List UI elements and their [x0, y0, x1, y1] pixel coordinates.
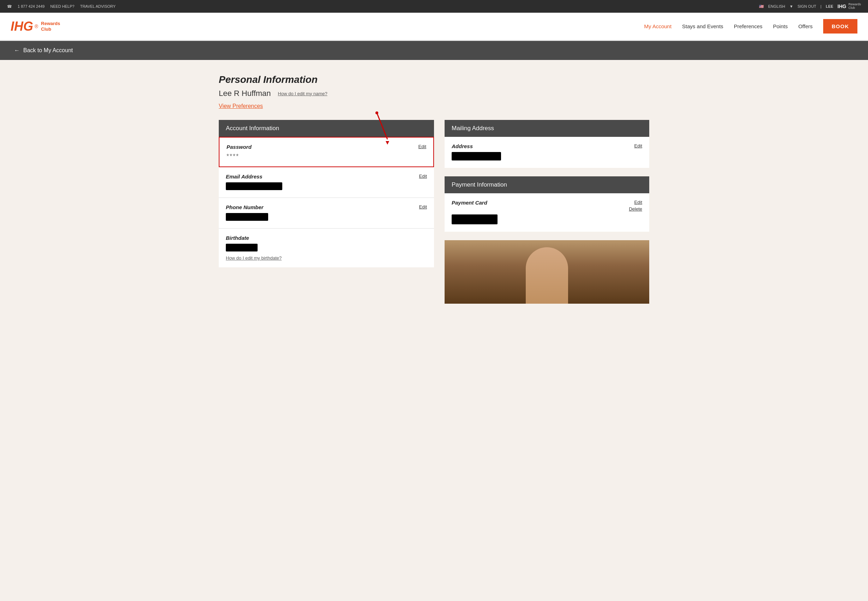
left-column: Account Information Password Edit [219, 120, 434, 267]
back-to-account-link[interactable]: ← Back to My Account [14, 47, 73, 53]
logo-club: Club [41, 26, 60, 32]
phone-redacted [226, 213, 268, 221]
address-redacted [452, 152, 501, 160]
birthdate-label: Birthdate [226, 235, 249, 241]
promo-person-image [445, 240, 649, 304]
address-value [452, 152, 642, 162]
divider: | [821, 4, 821, 8]
password-value: **** [226, 153, 426, 160]
nav-my-account[interactable]: My Account [644, 23, 672, 29]
how-edit-birthdate-link[interactable]: How do I edit my birthdate? [226, 255, 281, 261]
account-info-body: Password Edit **** Email Address Edit [219, 137, 434, 267]
email-label-row: Email Address Edit [226, 174, 427, 180]
phone-icon: ☎ [7, 4, 12, 9]
chevron-down-icon: ▼ [789, 4, 793, 8]
promo-photo [445, 240, 649, 304]
view-preferences-link[interactable]: View Preferences [219, 103, 263, 109]
mailing-address-header: Mailing Address [445, 120, 649, 137]
top-bar-rewards-logo: IHG Rewards Club [837, 3, 861, 10]
mailing-address-section: Mailing Address Address Edit [445, 120, 649, 168]
content-columns: Account Information Password Edit [219, 120, 649, 304]
sign-out-link[interactable]: SIGN OUT [798, 4, 816, 8]
user-name: LEE [826, 4, 833, 8]
payment-card-label-row: Payment Card Edit Delete [452, 200, 642, 212]
need-help-link[interactable]: NEED HELP? [50, 4, 74, 8]
person-name-row: Lee R Huffman How do I edit my name? [219, 89, 649, 98]
email-value [226, 182, 427, 191]
top-bar-club-label: Club [848, 6, 861, 10]
birthdate-label-row: Birthdate [226, 235, 427, 241]
payment-card-field-row: Payment Card Edit Delete [445, 193, 649, 232]
nav-preferences[interactable]: Preferences [734, 23, 763, 29]
nav-bar: IHG ® Rewards Club My Account Stays and … [0, 13, 868, 41]
birthdate-field-row: Birthdate How do I edit my birthdate? [219, 229, 434, 267]
birthdate-redacted [226, 244, 258, 252]
nav-stays-events[interactable]: Stays and Events [682, 23, 723, 29]
top-bar-left: ☎ 1 877 424 2449 NEED HELP? TRAVEL ADVIS… [7, 4, 116, 9]
nav-points[interactable]: Points [773, 23, 788, 29]
mailing-address-body: Address Edit [445, 137, 649, 168]
password-edit-link[interactable]: Edit [419, 144, 426, 149]
password-field-row: Password Edit **** [219, 137, 434, 167]
how-edit-name-link[interactable]: How do I edit my name? [278, 91, 327, 96]
phone-edit-link[interactable]: Edit [419, 204, 427, 209]
payment-info-header: Payment Information [445, 176, 649, 193]
account-info-header: Account Information [219, 120, 434, 137]
book-button[interactable]: BOOK [823, 19, 857, 34]
logo-ihg: IHG [11, 19, 33, 34]
payment-info-body: Payment Card Edit Delete [445, 193, 649, 232]
back-bar-label: Back to My Account [23, 47, 73, 53]
nav-offers[interactable]: Offers [798, 23, 813, 29]
payment-card-value [452, 214, 642, 225]
top-bar-rewards-block: Rewards Club [848, 3, 861, 10]
address-label-row: Address Edit [452, 143, 642, 149]
email-edit-link[interactable]: Edit [419, 174, 427, 179]
payment-delete-link[interactable]: Delete [629, 206, 642, 212]
payment-card-label: Payment Card [452, 200, 487, 206]
svg-point-2 [376, 111, 378, 114]
top-bar-right: 🇺🇸 ENGLISH ▼ SIGN OUT | LEE IHG Rewards … [759, 3, 861, 10]
email-label: Email Address [226, 174, 263, 180]
top-bar-ihg-text: IHG [837, 3, 847, 9]
flag-icon: 🇺🇸 [759, 4, 764, 9]
payment-card-redacted [452, 214, 498, 224]
main-content: Personal Information Lee R Huffman How d… [205, 60, 663, 318]
email-redacted [226, 182, 282, 190]
phone-number: 1 877 424 2449 [18, 4, 44, 8]
back-bar: ← Back to My Account [0, 41, 868, 60]
password-label: Password [226, 144, 252, 150]
top-bar: ☎ 1 877 424 2449 NEED HELP? TRAVEL ADVIS… [0, 0, 868, 13]
address-edit-link[interactable]: Edit [634, 143, 642, 148]
person-name: Lee R Huffman [219, 89, 271, 98]
birthdate-value [226, 244, 427, 253]
logo-rewards: Rewards [41, 21, 60, 26]
logo: IHG ® Rewards Club [11, 19, 60, 34]
back-arrow-icon: ← [14, 47, 20, 53]
password-label-row: Password Edit [226, 144, 426, 150]
payment-edit-delete: Edit Delete [629, 200, 642, 212]
email-field-row: Email Address Edit [219, 167, 434, 198]
payment-info-section: Payment Information Payment Card Edit De… [445, 176, 649, 232]
address-field-row: Address Edit [445, 137, 649, 168]
logo-registered: ® [35, 24, 38, 29]
phone-value [226, 213, 427, 222]
phone-label: Phone Number [226, 204, 264, 210]
logo-text-block: Rewards Club [41, 21, 60, 32]
payment-edit-link[interactable]: Edit [634, 200, 642, 205]
phone-label-row: Phone Number Edit [226, 204, 427, 210]
language-selector[interactable]: ENGLISH [768, 4, 785, 8]
nav-links: My Account Stays and Events Preferences … [644, 19, 857, 34]
address-label: Address [452, 143, 473, 149]
account-info-section: Account Information Password Edit [219, 120, 434, 267]
travel-advisory-link[interactable]: TRAVEL ADVISORY [80, 4, 116, 8]
phone-field-row: Phone Number Edit [219, 198, 434, 229]
page-title: Personal Information [219, 74, 649, 85]
right-column: Mailing Address Address Edit Paymen [445, 120, 649, 304]
